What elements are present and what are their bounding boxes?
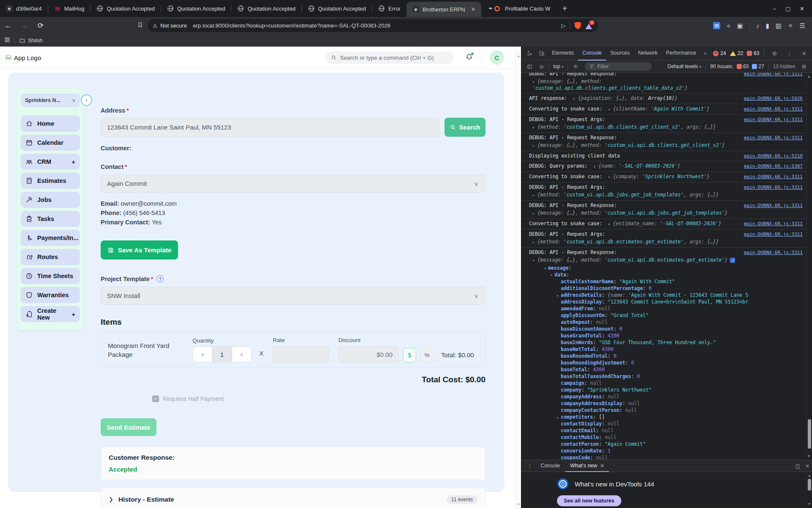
page-scrollbar[interactable]: ▲ ▼ — [515, 47, 521, 508]
context-selector[interactable]: top ▾ — [551, 64, 566, 69]
console-warnings-badge[interactable]: 22 — [730, 50, 743, 56]
extension-badge-icon[interactable]: 1 — [585, 22, 593, 29]
send-estimate-button[interactable]: Send Estimate — [101, 418, 156, 436]
rate-input[interactable] — [273, 346, 329, 363]
devtools-tab-sources[interactable]: Sources — [606, 47, 634, 61]
sidebar-item-estimates[interactable]: Estimates — [21, 173, 80, 189]
console-errors-badge[interactable]: ✕24 — [713, 50, 726, 56]
object-tree-row[interactable]: baseNetTotal: 4300 — [529, 346, 749, 353]
avatar[interactable]: C — [490, 50, 504, 65]
drawer-kebab-icon[interactable]: ⋮ — [524, 463, 535, 469]
object-tree-row[interactable]: conversionRate: 1 — [529, 447, 749, 454]
browser-tab[interactable]: Quotation Accepted — [161, 0, 231, 17]
expand-arrow-icon[interactable]: ▸ — [532, 80, 535, 84]
sidebar-toggle-icon[interactable]: ▮ — [766, 22, 769, 30]
global-search-input[interactable]: Search or type a command (Ctrl + G) — [326, 52, 453, 64]
reader-icon[interactable]: ▣ — [737, 22, 743, 30]
object-preview[interactable]: ▾{message: {…}, method: 'custom_ui.api.d… — [529, 257, 749, 264]
sidebar-item-jobs[interactable]: Jobs — [21, 192, 80, 208]
source-link[interactable]: main-DUBNX-6R.js:5210 — [744, 153, 803, 159]
object-preview[interactable]: ▸{method: 'custom_ui.api.db.estimates.ge… — [529, 239, 749, 246]
issues-badge[interactable]: 63 — [747, 50, 759, 56]
browser-tab[interactable]: Quotation Accepted — [231, 0, 301, 17]
source-link[interactable]: main-DUBNX-6R.js:5026 — [744, 95, 803, 102]
object-preview[interactable]: ▸{pagination: {…}, data: Array(10)} — [573, 95, 678, 101]
save-as-template-button[interactable]: Save As Template — [101, 240, 178, 260]
tree-arrow-icon[interactable] — [555, 448, 561, 454]
drawer-tab-whats-new[interactable]: What's new ✕ — [565, 460, 609, 472]
media-icon[interactable]: ♪ — [756, 22, 760, 29]
object-tree-row[interactable]: contactPerson: "Again Commit" — [529, 441, 749, 447]
app-logo[interactable]: App Logo — [5, 54, 41, 61]
scrollbar-thumb[interactable] — [808, 419, 811, 449]
tree-arrow-icon[interactable] — [555, 333, 561, 339]
inspect-icon[interactable] — [524, 50, 536, 56]
browser-tab[interactable]: MMailHog — [48, 0, 91, 17]
drawer-layout-icon[interactable]: ◫ — [796, 463, 800, 469]
object-tree-row[interactable]: ▸addressDetails: {name: 'Again With Comm… — [529, 292, 749, 298]
company-selector[interactable]: Sprinklers N... ∨ — [21, 94, 80, 107]
object-tree-row[interactable]: baseRoundingAdjustment: 0 — [529, 359, 749, 366]
source-link[interactable]: main-DUBNX-6R.js:3311 — [744, 135, 803, 141]
object-tree-row[interactable]: amendedFrom: null — [529, 305, 749, 312]
close-icon[interactable]: ✕ — [600, 460, 604, 472]
expand-arrow-icon[interactable]: ▸ — [532, 193, 535, 197]
ai-sparkle-icon[interactable]: ✧ — [788, 22, 793, 30]
source-link[interactable]: main-DUBNX-6R.js:3311 — [744, 174, 803, 180]
object-tree-row[interactable]: baseTotal: 4300 — [529, 366, 749, 373]
discount-percent-button[interactable]: % — [420, 348, 433, 362]
device-toolbar-icon[interactable] — [536, 50, 548, 56]
browser-tab[interactable]: Error — [372, 0, 406, 17]
tree-arrow-icon[interactable] — [555, 387, 561, 393]
object-tree-row[interactable]: ▾message: — [529, 265, 749, 271]
devtools-tab-network[interactable]: Network — [634, 47, 662, 61]
source-link[interactable]: main-DUBNX-6R.js:3311 — [744, 73, 803, 77]
browser-tab[interactable]: Quotation Accepted — [302, 0, 372, 17]
tree-arrow-icon[interactable] — [555, 285, 561, 292]
source-link[interactable]: main-DUBNX-6R.js:3311 — [744, 116, 803, 123]
object-preview[interactable]: ▸{clientName: 'Again With Commit'} — [608, 106, 710, 112]
object-tree-row[interactable]: baseTotalTaxesAndCharges: 0 — [529, 373, 749, 380]
help-icon[interactable]: ? — [156, 275, 164, 282]
tree-arrow-icon[interactable]: ▾ — [542, 265, 548, 271]
apps-grid-icon[interactable] — [4, 37, 10, 44]
object-tree-row[interactable]: companyContactPerson: null — [529, 407, 749, 414]
scroll-up-icon[interactable]: ▲ — [808, 474, 811, 478]
quantity-increment-button[interactable]: ∧ — [232, 347, 251, 362]
source-link[interactable]: main-DUBNX-6R.js:5387 — [744, 163, 803, 169]
object-tree-row[interactable]: ▸competitors: [] — [529, 414, 749, 420]
object-tree-row[interactable]: applyDiscountOn: "Grand Total" — [529, 312, 749, 319]
tree-arrow-icon[interactable] — [555, 360, 561, 366]
tree-arrow-icon[interactable] — [555, 373, 561, 380]
tree-arrow-icon[interactable] — [555, 367, 561, 373]
bookmark-icon[interactable] — [137, 22, 143, 30]
console-scrollbar[interactable]: ▲▼ — [806, 73, 812, 460]
issues-count-label[interactable]: 90 Issues: — [710, 64, 733, 69]
expand-arrow-icon[interactable]: ▾ — [532, 258, 535, 262]
share-icon[interactable]: ▷ — [561, 22, 565, 29]
kebab-menu-icon[interactable]: ⋮ — [784, 50, 795, 57]
source-link[interactable]: main-DUBNX-6R.js:3311 — [744, 184, 803, 190]
tree-arrow-icon[interactable] — [555, 353, 561, 359]
console-settings-gear-icon[interactable]: ⚙ — [798, 64, 809, 70]
browser-tab-active[interactable]: eBrotherton ERPN✕ — [406, 2, 481, 17]
object-tree-row[interactable]: contactDisplay: null — [529, 420, 749, 427]
history-section[interactable]: ❯ History - Estimate 11 events — [101, 488, 486, 508]
drawer-tab-console[interactable]: Console — [535, 460, 565, 472]
object-tree-row[interactable]: couponCode: null — [529, 454, 749, 460]
object-tree-row[interactable]: companyAddress: null — [529, 393, 749, 400]
object-tree-row[interactable]: contactEmail: null — [529, 427, 749, 434]
expand-arrow-icon[interactable]: ▸ — [532, 125, 535, 130]
address-search-button[interactable]: Search — [444, 118, 486, 137]
object-preview[interactable]: ▸{company: 'Sprinklers Northwest'} — [608, 174, 710, 179]
expand-arrow-icon[interactable]: ▸ — [532, 240, 535, 244]
expand-arrow-icon[interactable]: ▸ — [593, 164, 595, 168]
sidebar-item-payments-in[interactable]: Payments/In... — [21, 230, 80, 246]
window-minimize-button[interactable]: – — [773, 6, 776, 12]
wallet-icon[interactable]: ▥ — [776, 22, 782, 30]
scrollbar-thumb[interactable] — [808, 479, 811, 491]
object-tree-row[interactable]: companyAddressDisplay: null — [529, 400, 749, 407]
scroll-down-icon[interactable]: ▼ — [517, 502, 520, 506]
expand-arrow-icon[interactable]: ▸ — [608, 222, 610, 226]
tree-arrow-icon[interactable]: ▾ — [549, 272, 554, 278]
